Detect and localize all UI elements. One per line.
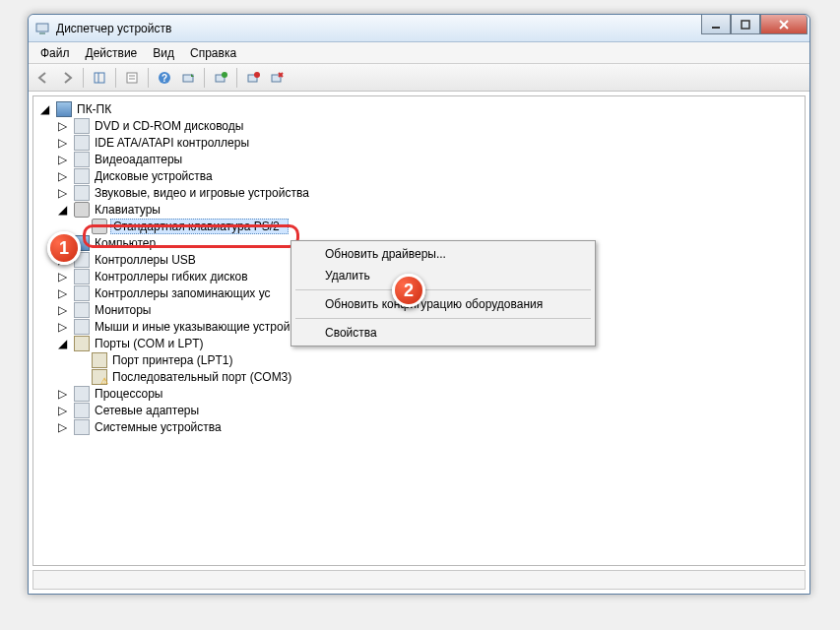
svg-rect-8 [127,73,137,83]
tree-node[interactable]: ▷Дисковые устройства [33,167,805,184]
tree-node[interactable]: ▷Видеоадаптеры [33,151,805,167]
minimize-button[interactable] [701,15,731,34]
toolbar-separator [115,68,116,88]
scan-button[interactable] [177,67,199,89]
system-icon [74,419,90,435]
root-label: ПК-ПК [75,102,113,116]
expand-icon[interactable]: ▷ [57,187,68,198]
ctx-properties[interactable]: Свойства [293,322,593,344]
network-icon [74,403,90,418]
keyboard-icon [74,202,90,218]
svg-rect-6 [95,73,104,83]
cpu-icon [74,386,90,402]
expand-icon[interactable]: ▷ [57,421,68,432]
expand-icon[interactable]: ▷ [57,287,68,298]
tree-node[interactable]: ▷Системные устройства [33,418,805,435]
menu-view[interactable]: Вид [145,44,182,62]
show-hide-tree-button[interactable] [89,67,110,89]
expand-icon[interactable]: ▷ [57,237,68,248]
svg-point-15 [222,72,227,78]
collapse-icon[interactable]: ◢ [39,103,50,114]
svg-text:?: ? [162,73,167,84]
dvd-icon [74,118,90,134]
ide-icon [74,135,90,151]
disk-icon [74,168,90,184]
toolbar-separator [204,68,205,88]
expand-icon[interactable]: ▷ [57,154,68,164]
svg-rect-1 [39,32,45,34]
ctx-update-drivers[interactable]: Обновить драйверы... [293,243,593,265]
menu-action[interactable]: Действие [78,44,146,62]
uninstall-button[interactable] [242,67,264,89]
update-driver-button[interactable] [210,67,231,89]
expand-icon[interactable]: ▷ [57,170,68,181]
sound-icon [74,185,90,201]
keyboard-icon [92,219,107,234]
serial-port-warning-icon [92,369,107,385]
ctx-separator [295,318,591,319]
help-button[interactable]: ? [154,67,175,89]
close-button[interactable] [760,15,808,34]
computer-icon [56,101,72,117]
display-icon [74,152,90,167]
toolbar: ? [29,64,809,92]
computer-icon [74,235,90,251]
back-button[interactable] [32,67,54,89]
floppy-icon [74,269,90,284]
tree-node-selected[interactable]: Стандартная клавиатура PS/2 [33,218,805,234]
expand-icon[interactable]: ▷ [57,254,68,265]
mouse-icon [74,319,90,335]
collapse-icon[interactable]: ◢ [57,338,68,348]
toolbar-separator [83,68,84,88]
toolbar-separator [236,68,237,88]
tree-node[interactable]: ▷IDE ATA/ATAPI контроллеры [33,134,805,151]
svg-point-17 [254,72,260,78]
svg-rect-3 [742,21,749,29]
storage-icon [74,285,90,301]
ctx-scan-hardware[interactable]: Обновить конфигурацию оборудования [293,293,593,315]
collapse-icon[interactable]: ◢ [57,204,68,215]
status-bar [32,570,806,590]
ctx-delete[interactable]: Удалить [293,265,593,286]
expand-icon[interactable]: ▷ [57,137,68,148]
tree-node[interactable]: ▷Звуковые, видео и игровые устройства [33,184,805,201]
menu-file[interactable]: Файл [32,44,78,62]
title-bar: Диспетчер устройств [29,15,809,42]
tree-node[interactable]: ▷DVD и CD-ROM дисководы [33,117,805,134]
expand-icon[interactable]: ▷ [57,271,68,282]
expand-icon[interactable]: ▷ [57,304,68,315]
ctx-separator [295,289,591,290]
properties-button[interactable] [121,67,143,89]
expand-icon[interactable]: ▷ [57,405,68,415]
tree-node[interactable]: Последовательный порт (COM3) [33,368,805,385]
menu-help[interactable]: Справка [182,44,244,62]
monitor-icon [74,302,90,318]
tree-root[interactable]: ◢ ПК-ПК [33,100,805,117]
expand-icon[interactable]: ▷ [57,120,68,131]
app-icon [34,21,50,36]
tree-node[interactable]: Порт принтера (LPT1) [33,351,805,368]
maximize-button[interactable] [731,15,760,34]
tree-node[interactable]: ▷Процессоры [33,385,805,402]
disable-button[interactable] [266,67,288,89]
window-title: Диспетчер устройств [56,22,171,35]
tree-node[interactable]: ▷Сетевые адаптеры [33,402,805,418]
window-controls [701,15,808,34]
toolbar-separator [148,68,149,88]
expand-icon[interactable]: ▷ [57,388,68,399]
context-menu: Обновить драйверы... Удалить Обновить ко… [291,240,596,346]
tree-node-keyboards[interactable]: ◢Клавиатуры [33,201,805,218]
menu-bar: Файл Действие Вид Справка [29,42,809,64]
port-icon [74,336,90,351]
expand-icon[interactable]: ▷ [57,321,68,332]
forward-button[interactable] [56,67,78,89]
selected-device-label: Стандартная клавиатура PS/2 [110,219,289,234]
printer-port-icon [92,352,107,368]
svg-rect-0 [36,24,48,32]
usb-icon [74,252,90,268]
